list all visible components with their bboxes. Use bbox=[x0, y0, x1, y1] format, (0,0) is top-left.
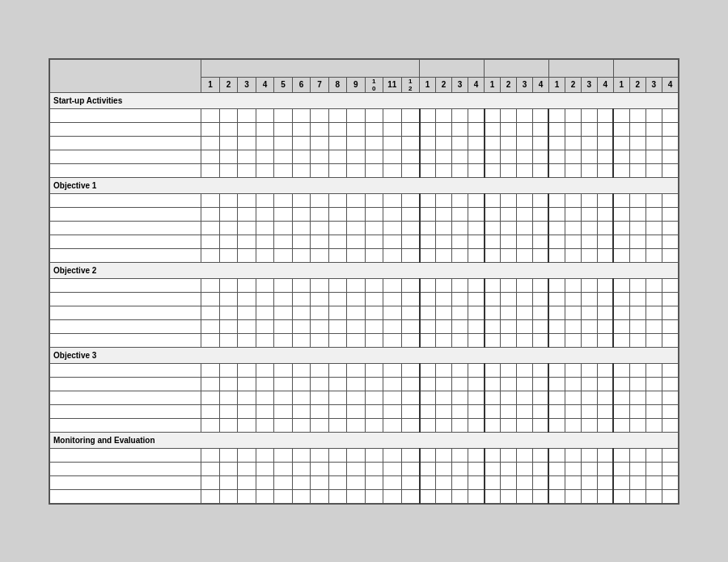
quarter-cell bbox=[436, 418, 452, 432]
quarter-cell bbox=[485, 448, 501, 462]
quarter-cell bbox=[485, 319, 501, 333]
quarter-cell bbox=[420, 333, 436, 347]
month-cell bbox=[238, 207, 256, 221]
activity-cell bbox=[50, 163, 201, 177]
month-cell bbox=[347, 462, 365, 475]
quarter-cell bbox=[581, 475, 597, 489]
month-cell bbox=[365, 448, 383, 462]
quarter-cell bbox=[662, 150, 678, 163]
quarter-cell bbox=[485, 462, 501, 475]
quarter-cell bbox=[565, 278, 581, 292]
quarter-cell bbox=[548, 150, 565, 163]
quarter-cell bbox=[645, 235, 662, 248]
month-cell bbox=[201, 163, 219, 177]
month-cell bbox=[365, 193, 383, 207]
month-cell bbox=[347, 108, 365, 122]
quarter-cell bbox=[548, 306, 565, 319]
quarter-cell bbox=[613, 207, 629, 221]
table-row bbox=[50, 122, 679, 136]
quarter-cell bbox=[645, 193, 662, 207]
quarter-cell bbox=[548, 122, 565, 136]
month-cell bbox=[311, 333, 328, 347]
month-cell bbox=[311, 235, 328, 248]
month-cell bbox=[347, 475, 365, 489]
month-cell bbox=[274, 235, 292, 248]
activity-cell bbox=[50, 448, 201, 462]
month-cell bbox=[311, 319, 328, 333]
gantt-chart: 1 2 3 4 5 6 7 8 9 10 11 12 1 2 3 4 1 2 bbox=[49, 58, 679, 505]
section-header: Objective 2 bbox=[50, 262, 679, 278]
table-row bbox=[50, 377, 679, 391]
month-cell bbox=[274, 363, 292, 377]
month-cell bbox=[274, 418, 292, 432]
month-cell bbox=[401, 150, 420, 163]
month-cell bbox=[274, 475, 292, 489]
quarter-cell bbox=[500, 475, 516, 489]
quarter-cell bbox=[565, 306, 581, 319]
month-cell bbox=[347, 489, 365, 503]
quarter-cell bbox=[452, 136, 468, 150]
quarter-cell bbox=[613, 377, 629, 391]
month-cell bbox=[401, 333, 420, 347]
month-cell bbox=[328, 207, 346, 221]
quarter-cell bbox=[500, 150, 516, 163]
month-cell bbox=[347, 221, 365, 235]
quarter-cell bbox=[629, 108, 645, 122]
quarter-cell bbox=[662, 163, 678, 177]
y4-q3: 3 bbox=[581, 77, 597, 92]
quarter-cell bbox=[662, 377, 678, 391]
month-cell bbox=[347, 404, 365, 418]
month-cell bbox=[401, 122, 420, 136]
quarter-cell bbox=[436, 319, 452, 333]
month-cell bbox=[256, 448, 273, 462]
month-cell bbox=[383, 235, 401, 248]
month-cell bbox=[292, 122, 310, 136]
quarter-cell bbox=[436, 122, 452, 136]
month-cell bbox=[292, 462, 310, 475]
month-cell bbox=[256, 319, 273, 333]
month-cell bbox=[347, 377, 365, 391]
month-cell bbox=[347, 319, 365, 333]
month-cell bbox=[311, 193, 328, 207]
month-cell bbox=[201, 333, 219, 347]
quarter-cell bbox=[452, 319, 468, 333]
month-cell bbox=[292, 363, 310, 377]
quarter-cell bbox=[468, 418, 485, 432]
month-cell bbox=[311, 475, 328, 489]
quarter-cell bbox=[565, 136, 581, 150]
quarter-cell bbox=[500, 163, 516, 177]
month-cell bbox=[347, 292, 365, 306]
activity-cell bbox=[50, 278, 201, 292]
month-cell bbox=[347, 391, 365, 404]
quarter-cell bbox=[436, 475, 452, 489]
quarter-cell bbox=[581, 418, 597, 432]
month-cell bbox=[347, 333, 365, 347]
month-cell bbox=[311, 448, 328, 462]
quarter-cell bbox=[645, 391, 662, 404]
month-cell bbox=[201, 235, 219, 248]
quarter-cell bbox=[581, 333, 597, 347]
month-cell bbox=[292, 333, 310, 347]
quarter-cell bbox=[597, 278, 613, 292]
month-cell bbox=[274, 391, 292, 404]
quarter-cell bbox=[548, 475, 565, 489]
quarter-cell bbox=[468, 193, 485, 207]
quarter-cell bbox=[516, 163, 532, 177]
quarter-cell bbox=[485, 391, 501, 404]
month-cell bbox=[256, 207, 273, 221]
quarter-cell bbox=[500, 122, 516, 136]
quarter-cell bbox=[597, 193, 613, 207]
month-cell bbox=[256, 108, 273, 122]
month-cell bbox=[383, 333, 401, 347]
quarter-cell bbox=[516, 363, 532, 377]
quarter-cell bbox=[662, 235, 678, 248]
month-cell bbox=[401, 278, 420, 292]
month-cell bbox=[365, 278, 383, 292]
month-cell bbox=[274, 136, 292, 150]
quarter-cell bbox=[485, 235, 501, 248]
table-row bbox=[50, 278, 679, 292]
month-12: 12 bbox=[401, 77, 420, 92]
month-cell bbox=[311, 489, 328, 503]
quarter-cell bbox=[468, 122, 485, 136]
quarter-cell bbox=[516, 391, 532, 404]
